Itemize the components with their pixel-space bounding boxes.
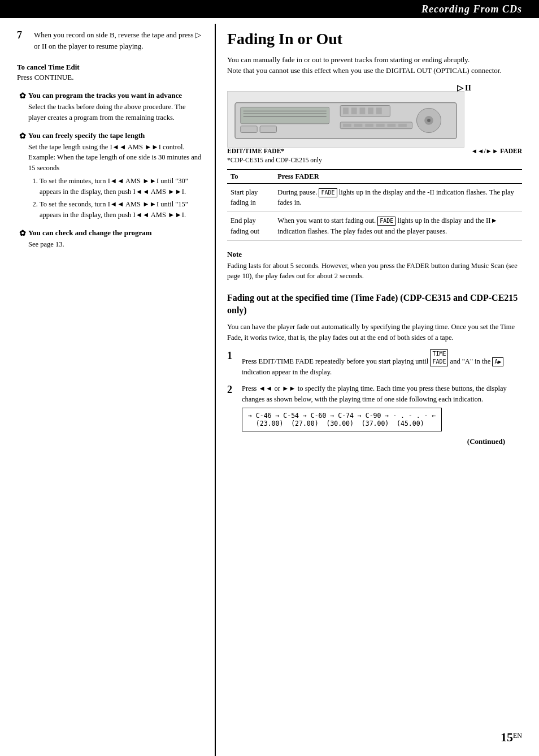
continued-text: (Continued) <box>227 437 522 446</box>
cancel-time-edit-title: To cancel Time Edit <box>17 63 203 72</box>
header-bar: Recording From CDs <box>0 0 539 18</box>
tip-3-title: ✿ You can check and change the program <box>19 228 203 238</box>
time-fade-badge: TIMEFADE <box>430 349 448 366</box>
left-column: 7 When you record on side B, reverse the… <box>0 24 215 756</box>
fade-table-body: Start play fading in During pause. FADE … <box>227 183 522 240</box>
tip-2-step-1: To set the minutes, turn I◄◄ AMS ►►I unt… <box>40 176 203 197</box>
tip-2-body: Set the tape length using the I◄◄ AMS ►►… <box>28 142 203 221</box>
tip-2-icon: ✿ <box>19 131 26 141</box>
step-7-text: When you record on side B, reverse the t… <box>34 29 203 51</box>
tip-3-body: See page 13. <box>28 239 203 250</box>
right-column: Fading In or Out You can manually fade i… <box>215 24 539 756</box>
svg-rect-1 <box>241 107 329 123</box>
svg-rect-17 <box>343 123 351 127</box>
tip-2-steps: To set the minutes, turn I◄◄ AMS ►►I unt… <box>40 176 203 221</box>
svg-rect-18 <box>354 123 363 127</box>
step-7-block: 7 When you record on side B, reverse the… <box>17 29 203 51</box>
tip-3-block: ✿ You can check and change the program S… <box>17 228 203 250</box>
tip-1-block: ✿ You can program the tracks you want in… <box>17 91 203 123</box>
svg-rect-8 <box>360 107 366 114</box>
right-step-1-num: 1 <box>227 349 236 378</box>
section-title: Fading In or Out <box>227 29 522 49</box>
fade-badge-2: FADE <box>377 217 395 226</box>
tip-2-title: ✿ You can freely specify the tape length <box>19 131 203 141</box>
tip-2-line-2: Example: When the tape length of one sid… <box>28 152 203 174</box>
row-1-press: During pause. FADE lights up in the disp… <box>274 183 522 212</box>
diagram-spacer <box>227 83 522 91</box>
page: Recording From CDs 7 When you record on … <box>0 0 539 756</box>
table-header-press: Press FADER <box>274 170 522 184</box>
tip-1-body: Select the tracks before doing the above… <box>28 102 203 123</box>
svg-rect-6 <box>343 107 349 114</box>
step-7-number: 7 <box>17 29 27 51</box>
tip-2-title-text: You can freely specify the tape length <box>28 131 145 140</box>
tip-2-block: ✿ You can freely specify the tape length… <box>17 131 203 221</box>
tape-chart: → C-46 → C-54 → C-60 → C-74 → C-90 → - .… <box>242 408 442 431</box>
fade-badge-1: FADE <box>319 188 337 197</box>
content-area: 7 When you record on side B, reverse the… <box>0 18 539 756</box>
table-header-to: To <box>227 170 274 184</box>
fade-table-head: To Press FADER <box>227 170 522 184</box>
svg-rect-19 <box>365 123 373 127</box>
row-2-to: End play fading out <box>227 212 274 241</box>
right-step-2-content: Press ◄◄ or ►► to specify the playing ti… <box>242 383 522 432</box>
tip-1-icon: ✿ <box>19 91 26 101</box>
svg-rect-15 <box>260 126 276 132</box>
right-step-2-num: 2 <box>227 383 236 432</box>
fader-label: ◄◄/►► FADER <box>471 148 522 154</box>
table-row-2: End play fading out When you want to sta… <box>227 212 522 241</box>
subsection-intro: You can have the player fade out automat… <box>227 322 522 343</box>
intro-line-1: You can manually fade in or out to preve… <box>227 54 522 66</box>
page-number-area: 15EN <box>501 730 522 745</box>
page-number: 15 <box>501 730 513 744</box>
tip-1-title: ✿ You can program the tracks you want in… <box>19 91 203 101</box>
table-row-1: Start play fading in During pause. FADE … <box>227 183 522 212</box>
fade-table: To Press FADER Start play fading in Duri… <box>227 169 522 241</box>
edit-time-fade-label: EDIT/TIME FADE* <box>227 148 284 154</box>
svg-rect-22 <box>398 123 407 127</box>
svg-point-13 <box>427 119 431 122</box>
right-step-2-text: Press ◄◄ or ►► to specify the playing ti… <box>242 385 507 403</box>
intro-line-2: Note that you cannot use this effect whe… <box>227 65 522 76</box>
tip-3-title-text: You can check and change the program <box>28 228 152 237</box>
svg-rect-7 <box>351 107 357 114</box>
cancel-time-edit-body: Press CONTINUE. <box>17 73 203 82</box>
diagram-note: *CDP-CE315 and CDP-CE215 only <box>227 157 522 163</box>
diagram-labels: EDIT/TIME FADE* ◄◄/►► FADER <box>227 148 522 154</box>
right-step-2: 2 Press ◄◄ or ►► to specify the playing … <box>227 383 522 432</box>
row-1-to: Start play fading in <box>227 183 274 212</box>
tip-3-icon: ✿ <box>19 228 26 238</box>
play-pause-label: ▷ II <box>457 83 471 93</box>
svg-rect-9 <box>368 107 373 114</box>
right-step-1: 1 Press EDIT/TIME FADE repeatedly before… <box>227 349 522 378</box>
row-2-press: When you want to start fading out. FADE … <box>274 212 522 241</box>
svg-rect-10 <box>376 107 382 114</box>
svg-rect-21 <box>388 123 396 127</box>
header-title: Recording From CDs <box>421 3 522 15</box>
a-badge: A▶ <box>492 357 503 366</box>
right-step-1-text: Press EDIT/TIME FADE repeatedly before y… <box>242 349 522 378</box>
tip-1-title-text: You can program the tracks you want in a… <box>28 91 182 100</box>
note-box: Note Fading lasts for about 5 seconds. H… <box>227 250 522 282</box>
tip-2-step-2: To set the seconds, turn I◄◄ AMS ►►I unt… <box>40 199 203 221</box>
subsection: Fading out at the specified time (Time F… <box>227 292 522 446</box>
tip-2-line-1: Set the tape length using the I◄◄ AMS ►►… <box>28 142 203 153</box>
note-title: Note <box>227 250 522 259</box>
diagram-container: ▷ II <box>227 83 522 163</box>
page-number-suffix: EN <box>513 732 522 740</box>
cancel-time-edit-section: To cancel Time Edit Press CONTINUE. <box>17 63 203 82</box>
svg-rect-20 <box>376 123 385 127</box>
device-diagram-svg <box>227 91 464 148</box>
svg-rect-14 <box>241 126 257 132</box>
subsection-title: Fading out at the specified time (Time F… <box>227 292 522 317</box>
fade-table-header-row: To Press FADER <box>227 170 522 184</box>
note-body: Fading lasts for about 5 seconds. Howeve… <box>227 261 522 282</box>
section-intro: You can manually fade in or out to preve… <box>227 54 522 76</box>
